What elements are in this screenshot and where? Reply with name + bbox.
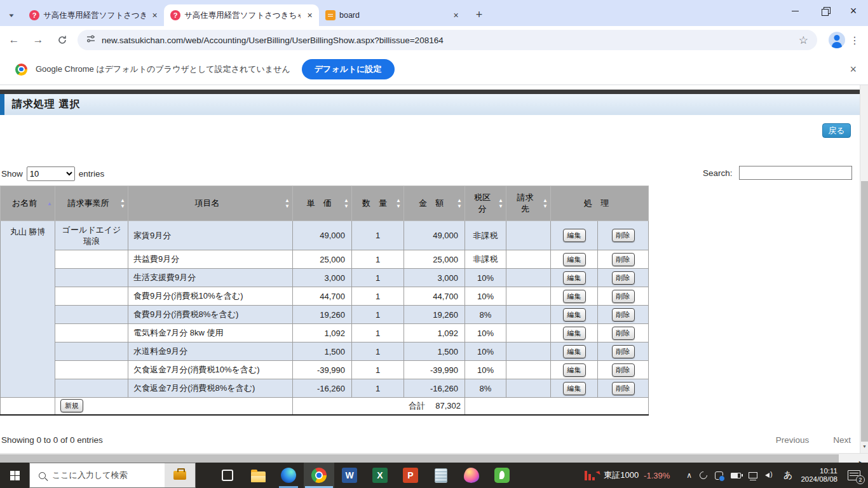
window-restore-button[interactable] bbox=[810, 0, 839, 22]
office-cell bbox=[55, 361, 128, 379]
header-qty[interactable]: 数 量 bbox=[352, 186, 404, 221]
scroll-down-arrow-icon[interactable] bbox=[860, 439, 868, 451]
edit-button[interactable]: 編集 bbox=[563, 229, 586, 242]
stock-ticker[interactable]: 東証1000 -1.39% bbox=[585, 470, 670, 481]
notepad-icon bbox=[435, 468, 447, 483]
network-icon[interactable] bbox=[749, 472, 757, 478]
task-view-icon bbox=[222, 470, 233, 481]
edit-button[interactable]: 編集 bbox=[563, 271, 586, 285]
battery-icon[interactable] bbox=[731, 473, 741, 478]
tab-close-icon[interactable] bbox=[149, 10, 160, 21]
previous-button[interactable]: Previous bbox=[776, 435, 810, 445]
teams-icon[interactable] bbox=[715, 471, 723, 480]
back-arrow-icon[interactable] bbox=[4, 30, 24, 50]
header-unit-price[interactable]: 単 価 bbox=[293, 186, 352, 221]
delete-button[interactable]: 削除 bbox=[612, 290, 635, 303]
header-name[interactable]: お名前 bbox=[1, 186, 55, 221]
delete-button[interactable]: 削除 bbox=[612, 363, 635, 377]
taskbar-app-edge[interactable] bbox=[273, 463, 304, 488]
taskbar-app-word[interactable]: W bbox=[334, 463, 365, 488]
edit-button[interactable]: 編集 bbox=[563, 345, 586, 358]
delete-cell: 削除 bbox=[598, 287, 649, 306]
header-bill-to[interactable]: 請求先 bbox=[506, 186, 551, 221]
tray-expand-icon[interactable] bbox=[686, 471, 692, 480]
tab-close-icon[interactable] bbox=[304, 10, 315, 21]
header-office[interactable]: 請求事業所 bbox=[55, 186, 128, 221]
office-cell bbox=[55, 250, 128, 269]
taskbar-search-box[interactable]: ここに入力して検索 bbox=[29, 463, 196, 488]
total-value: 87,302 bbox=[435, 401, 461, 410]
edit-button[interactable]: 編集 bbox=[563, 363, 586, 377]
window-close-button[interactable] bbox=[839, 0, 868, 22]
bill-to-cell bbox=[506, 379, 551, 398]
delete-button[interactable]: 削除 bbox=[612, 345, 635, 358]
forward-arrow-icon[interactable] bbox=[28, 30, 48, 50]
sync-icon[interactable] bbox=[698, 470, 709, 481]
vertical-scrollbar[interactable] bbox=[860, 85, 868, 453]
taskbar-app-satsuki-app[interactable] bbox=[487, 463, 517, 488]
quantity-cell: 1 bbox=[352, 361, 404, 379]
next-button[interactable]: Next bbox=[833, 435, 851, 445]
vertical-scrollbar-thumb[interactable] bbox=[861, 181, 868, 442]
taskbar-app-powerpoint[interactable]: P bbox=[395, 463, 426, 488]
horizontal-scrollbar[interactable] bbox=[0, 453, 868, 463]
window-minimize-button[interactable] bbox=[780, 0, 810, 22]
reload-icon[interactable] bbox=[52, 30, 72, 50]
delete-cell: 削除 bbox=[598, 361, 649, 379]
browser-tab[interactable]: ?サ高住専用経営ソフトさつきちゃん bbox=[164, 4, 319, 26]
address-bar[interactable]: new.satsukichan.com/web/Accounting/UserB… bbox=[78, 30, 817, 50]
taskbar-clock[interactable]: 10:11 2024/08/08 bbox=[801, 467, 837, 484]
delete-button[interactable]: 削除 bbox=[612, 271, 635, 285]
edit-button[interactable]: 編集 bbox=[563, 382, 586, 395]
search-input[interactable] bbox=[739, 166, 852, 180]
header-amount[interactable]: 金 額 bbox=[404, 186, 465, 221]
set-default-button[interactable]: デフォルトに設定 bbox=[302, 59, 395, 79]
volume-icon[interactable] bbox=[765, 471, 775, 480]
delete-button[interactable]: 削除 bbox=[612, 327, 635, 340]
browser-menu-icon[interactable] bbox=[845, 34, 864, 46]
edit-button[interactable]: 編集 bbox=[563, 308, 586, 322]
ime-indicator[interactable]: あ bbox=[783, 470, 792, 481]
horizontal-scrollbar-thumb[interactable] bbox=[0, 454, 839, 463]
taskbar-app-file-explorer[interactable] bbox=[243, 463, 273, 488]
tune-icon[interactable] bbox=[86, 34, 95, 46]
edit-button[interactable]: 編集 bbox=[563, 327, 586, 340]
office-cell bbox=[55, 342, 128, 361]
delete-button[interactable]: 削除 bbox=[612, 382, 635, 395]
satsuki-app-icon bbox=[494, 468, 510, 483]
delete-button[interactable]: 削除 bbox=[612, 253, 635, 266]
briefcase-slot[interactable] bbox=[165, 463, 195, 487]
search-label: Search: bbox=[703, 168, 733, 178]
quantity-cell: 1 bbox=[352, 221, 404, 250]
tab-search-chevron-icon[interactable] bbox=[0, 4, 23, 26]
table-row: 電気料金7月分 8kw 使用1,09211,09210%編集削除 bbox=[1, 324, 649, 342]
taskbar-app-paint[interactable] bbox=[456, 463, 487, 488]
taskbar-app-excel[interactable]: X bbox=[365, 463, 395, 488]
taskbar-app-notepad[interactable] bbox=[426, 463, 456, 488]
banner-close-icon[interactable] bbox=[850, 63, 857, 76]
header-tax[interactable]: 税区分 bbox=[465, 186, 506, 221]
tab-close-icon[interactable] bbox=[451, 10, 461, 21]
edit-cell: 編集 bbox=[551, 361, 598, 379]
start-button[interactable] bbox=[0, 463, 29, 488]
notification-center-button[interactable]: 2 bbox=[848, 470, 860, 480]
taskbar-app-chrome[interactable] bbox=[304, 463, 334, 488]
delete-button[interactable]: 削除 bbox=[612, 308, 635, 322]
browser-tab[interactable]: ?サ高住専用経営ソフトさつきちゃん bbox=[23, 4, 164, 26]
profile-avatar[interactable] bbox=[829, 32, 845, 48]
edit-button[interactable]: 編集 bbox=[563, 253, 586, 266]
taskbar-app-task-view[interactable] bbox=[212, 463, 243, 488]
header-item[interactable]: 項目名 bbox=[128, 186, 293, 221]
delete-button[interactable]: 削除 bbox=[612, 229, 635, 242]
back-button[interactable]: 戻る bbox=[822, 123, 851, 138]
browser-tab[interactable]: board bbox=[319, 4, 465, 26]
new-button[interactable]: 新規 bbox=[60, 399, 83, 412]
new-tab-button[interactable] bbox=[470, 6, 488, 24]
page-title: 請求処理 選択 bbox=[12, 98, 80, 111]
item-name-cell: 共益費9月分 bbox=[128, 250, 293, 269]
bookmark-star-icon[interactable] bbox=[799, 34, 808, 47]
item-name-cell: 食費9月分(消費税10%を含む) bbox=[128, 287, 293, 306]
page-size-select[interactable]: 10 bbox=[27, 166, 75, 181]
url-text[interactable]: new.satsukichan.com/web/Accounting/UserB… bbox=[102, 36, 794, 45]
edit-button[interactable]: 編集 bbox=[563, 290, 586, 303]
